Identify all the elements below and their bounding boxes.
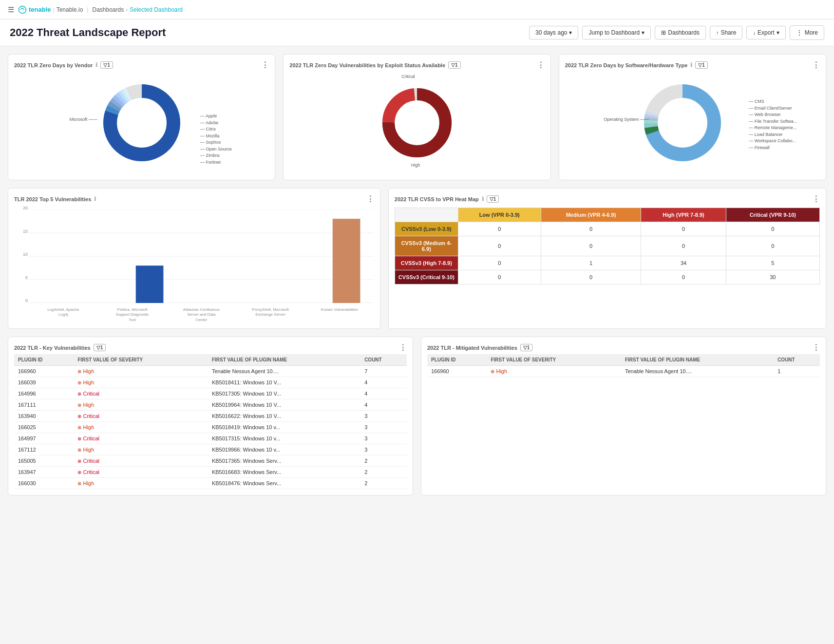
title-text-software: 2022 TLR Zero Days by Software/Hardware …	[565, 62, 688, 68]
title-text-exploit: 2022 TLR Zero Day Vulnerabilities by Exp…	[289, 62, 445, 68]
kv-plugin-name: KB5017305: Windows 10 V...	[208, 388, 360, 399]
donut-chart-vendor: Microsoft —— — Apple — Adobe — Citrix — …	[14, 72, 269, 174]
kv-count: 7	[360, 366, 407, 377]
kv-plugin-name: KB5018476: Windows Serv...	[208, 478, 360, 489]
donut-svg-vendor	[93, 74, 190, 171]
tables-row: 2022 TLR - Key Vulnerabilities ▽1 ⋮ PLUG…	[8, 337, 826, 495]
kv-plugin-id: 163947	[14, 467, 74, 478]
title-text-top5: TLR 2022 Top 5 Vulnerabilities	[14, 196, 91, 202]
kv-plugin-name: KB5017365: Windows Serv...	[208, 455, 360, 467]
card-menu-exploit[interactable]: ⋮	[537, 60, 545, 70]
kv-plugin-name: KB5018411: Windows 10 V...	[208, 377, 360, 388]
dashboards-label: Dashboards	[668, 29, 700, 36]
card-title-key-vulns: 2022 TLR - Key Vulnerabilities ▽1 ⋮	[14, 343, 407, 352]
kv-count: 2	[360, 478, 407, 489]
breadcrumb-dashboards[interactable]: Dashboards	[92, 6, 124, 13]
severity-icon: ⊗	[77, 369, 81, 374]
kv-severity: ⊗ High	[74, 478, 208, 489]
top-navigation: ☰ tenable | Tenable.io | Dashboards › Se…	[0, 0, 834, 19]
card-menu-software[interactable]: ⋮	[812, 60, 820, 70]
days-filter-label: 30 days ago	[535, 29, 567, 36]
filter-badge-mitigated[interactable]: ▽1	[520, 344, 533, 351]
logo: tenable | Tenable.io	[18, 5, 83, 14]
heatmap-cell-med-med: 0	[541, 236, 641, 256]
filter-badge-key-vulns[interactable]: ▽1	[94, 344, 106, 351]
logo-suffix: Tenable.io	[57, 6, 83, 13]
card-title-top5: TLR 2022 Top 5 Vulnerabilities ℹ ⋮	[14, 194, 374, 204]
kv-plugin-name: KB5016622: Windows 10 V...	[208, 411, 360, 422]
key-vulns-table: PLUGIN ID FIRST VALUE OF SEVERITY FIRST …	[14, 354, 407, 489]
donut-chart-exploit: Critical High	[289, 72, 544, 174]
kv-plugin-name: KB5019966: Windows 10 v...	[208, 444, 360, 455]
filter-badge-vendor[interactable]: ▽1	[100, 61, 113, 69]
heatmap-cell-crit-med: 0	[541, 270, 641, 284]
export-button[interactable]: ↓ Export ▾	[746, 26, 785, 39]
x-label-proxyshell: ProxyShell, Microsoft Exchange Server	[251, 307, 290, 322]
days-filter-button[interactable]: 30 days ago ▾	[529, 26, 578, 39]
dashboards-button[interactable]: ⊞ Dashboards	[655, 26, 706, 39]
heatmap-table: Low (VPR 0-3.9) Medium (VPR 4-6.9) High …	[395, 208, 820, 284]
svg-point-11	[124, 105, 159, 140]
card-title-heatmap: 2022 TLR CVSS to VPR Heat Map ℹ ▽1 ⋮	[395, 194, 820, 204]
kv-severity: ⊗ Critical	[74, 433, 208, 444]
heatmap-cell-high-crit: 5	[726, 256, 819, 270]
card-menu-top5[interactable]: ⋮	[366, 194, 374, 204]
info-icon-top5[interactable]: ℹ	[94, 196, 96, 202]
kv-plugin-id: 163940	[14, 411, 74, 422]
bar-flollina	[136, 265, 164, 303]
severity-icon: ⊗	[77, 391, 81, 397]
key-vuln-row: 165005 ⊗ Critical KB5017365: Windows Ser…	[14, 455, 407, 467]
y-axis: 20 15 10 5 0	[14, 206, 28, 303]
info-icon-heatmap[interactable]: ℹ	[482, 196, 484, 202]
svg-point-15	[401, 107, 433, 139]
col-plugin-name-m: FIRST VALUE OF PLUGIN NAME	[621, 354, 774, 366]
grid-icon: ⊞	[661, 29, 666, 36]
y-label-20: 20	[14, 206, 28, 210]
col-plugin-name: FIRST VALUE OF PLUGIN NAME	[208, 354, 360, 366]
logo-text: tenable	[29, 6, 51, 13]
bar-chart-svg	[29, 209, 374, 303]
heatmap-corner-header	[395, 208, 458, 222]
kv-plugin-id: 166960	[14, 366, 74, 377]
jump-to-dashboard-button[interactable]: Jump to Dashboard ▾	[582, 26, 651, 39]
card-menu-vendor[interactable]: ⋮	[261, 60, 269, 70]
key-vuln-row: 166960 ⊗ High Tenable Nessus Agent 10...…	[14, 366, 407, 377]
breadcrumb: Dashboards › Selected Dashboard	[92, 6, 182, 13]
card-title-mitigated: 2022 TLR - Mitigated Vulnerabilities ▽1 …	[427, 343, 820, 352]
kv-count: 3	[360, 422, 407, 433]
col-severity: FIRST VALUE OF SEVERITY	[74, 354, 208, 366]
heatmap-row-label-crit: CVSSv3 (Critical 9-10)	[395, 270, 458, 284]
filter-badge-heatmap[interactable]: ▽1	[487, 195, 499, 203]
kv-count: 3	[360, 411, 407, 422]
card-menu-key-vulns[interactable]: ⋮	[399, 343, 407, 352]
mitigated-vulns-tbody: 166960 ⊗ High Tenable Nessus Agent 10...…	[427, 366, 820, 377]
key-vuln-row: 164997 ⊗ Critical KB5017315: Windows 10 …	[14, 433, 407, 444]
heatmap-cell-med-crit: 0	[726, 236, 819, 256]
heatmap-row-high: CVSSv3 (High 7-8.9) 0 1 34 5	[395, 256, 819, 270]
info-icon-software[interactable]: ℹ	[690, 62, 692, 68]
heatmap-col-crit: Critical (VPR 9-10)	[726, 208, 819, 222]
hamburger-icon[interactable]: ☰	[8, 5, 14, 14]
severity-icon: ⊗	[77, 470, 81, 475]
filter-badge-software[interactable]: ▽1	[695, 61, 708, 69]
card-zero-day-exploit: 2022 TLR Zero Day Vulnerabilities by Exp…	[283, 54, 550, 180]
kv-severity: ⊗ Critical	[74, 388, 208, 399]
breadcrumb-arrow: ›	[126, 6, 128, 13]
filter-badge-exploit[interactable]: ▽1	[448, 61, 461, 69]
info-icon-vendor[interactable]: ℹ	[95, 62, 97, 68]
card-heatmap: 2022 TLR CVSS to VPR Heat Map ℹ ▽1 ⋮ Low…	[388, 188, 826, 329]
heatmap-cell-crit-crit: 30	[726, 270, 819, 284]
heatmap-col-med: Medium (VPR 4-6.9)	[541, 208, 641, 222]
heatmap-cell-med-high: 0	[641, 236, 726, 256]
key-vuln-row: 166025 ⊗ High KB5018419: Windows 10 v...…	[14, 422, 407, 433]
card-menu-heatmap[interactable]: ⋮	[812, 194, 820, 204]
donut-chart-software: Operating System —— — CMS — Email Client…	[565, 72, 820, 174]
x-label-log4shell: Log4shell, Apache Log4j	[44, 307, 83, 322]
more-icon: ⋮	[796, 29, 803, 37]
kv-plugin-name: KB5018419: Windows 10 v...	[208, 422, 360, 433]
kv-count: 3	[360, 444, 407, 455]
more-button[interactable]: ⋮ More	[790, 25, 824, 40]
exploit-label-high: High	[411, 163, 420, 168]
share-button[interactable]: ↑ Share	[710, 26, 743, 39]
card-menu-mitigated[interactable]: ⋮	[812, 343, 820, 352]
